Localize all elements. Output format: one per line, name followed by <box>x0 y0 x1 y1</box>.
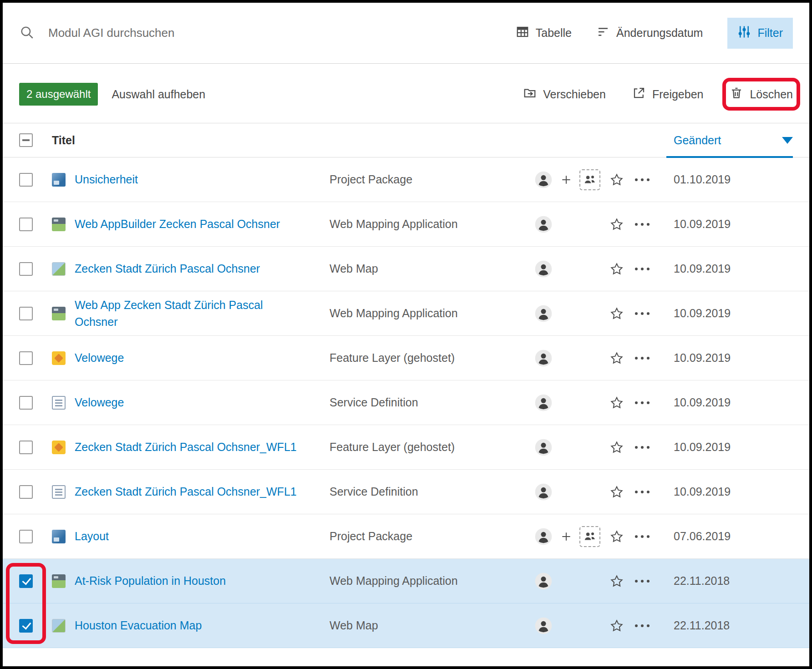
row-checkbox[interactable] <box>19 396 33 410</box>
more-options-icon[interactable] <box>635 624 650 627</box>
filter-button[interactable]: Filter <box>727 18 793 49</box>
favorite-star-icon[interactable] <box>609 485 624 499</box>
item-thumbnail <box>52 574 66 588</box>
person-share-icon <box>534 572 553 590</box>
clear-selection-link[interactable]: Auswahl aufheben <box>112 88 205 101</box>
more-options-icon[interactable] <box>635 357 650 360</box>
sort-field-button[interactable]: Änderungsdatum <box>596 25 703 41</box>
sort-descending-caret-icon[interactable] <box>782 137 793 144</box>
row-checkbox[interactable] <box>19 351 33 365</box>
share-button[interactable]: Freigeben <box>632 86 704 102</box>
modified-column-header[interactable]: Geändert <box>674 134 721 147</box>
search-box[interactable] <box>19 25 516 42</box>
search-input[interactable] <box>47 25 331 41</box>
row-checkbox[interactable] <box>19 530 33 543</box>
row-checkbox[interactable] <box>19 307 33 320</box>
row-checkbox[interactable] <box>19 262 33 276</box>
item-type: Project Package <box>330 530 530 543</box>
person-share-icon <box>534 349 553 367</box>
filter-sliders-icon <box>737 25 751 41</box>
move-button[interactable]: Verschieben <box>523 86 606 102</box>
selection-actions: Verschieben Freigeben Löschen <box>523 86 793 102</box>
modified-column-header-cell[interactable]: Geändert <box>655 123 793 157</box>
favorite-star-icon[interactable] <box>609 306 624 321</box>
item-date: 10.09.2019 <box>655 351 793 365</box>
item-thumbnail <box>52 619 66 633</box>
search-icon <box>19 25 35 42</box>
favorite-star-icon[interactable] <box>609 618 624 633</box>
item-thumbnail <box>52 218 66 231</box>
share-label: Freigeben <box>652 88 704 101</box>
table-row: Web App Zecken Stadt Zürich Pascal Ochsn… <box>3 291 809 336</box>
more-options-icon[interactable] <box>635 178 650 181</box>
row-checkbox[interactable] <box>19 619 33 633</box>
item-title[interactable]: Web AppBuilder Zecken Pascal Ochsner <box>75 218 280 230</box>
item-thumbnail <box>52 485 66 499</box>
item-date: 10.09.2019 <box>655 218 793 231</box>
item-title[interactable]: At-Risk Population in Houston <box>75 574 226 587</box>
filter-label: Filter <box>757 26 783 40</box>
more-options-icon[interactable] <box>635 312 650 315</box>
sort-field-label: Änderungsdatum <box>616 26 703 40</box>
item-thumbnail <box>52 173 66 187</box>
table-row: Unsicherheit Project Package <box>3 157 809 202</box>
favorite-star-icon[interactable] <box>609 262 624 276</box>
more-options-icon[interactable] <box>635 580 650 583</box>
group-share-icon <box>579 526 600 547</box>
table-row: At-Risk Population in Houston Web Mappin… <box>3 559 809 603</box>
row-checkbox[interactable] <box>19 173 33 187</box>
item-title[interactable]: Layout <box>75 530 109 542</box>
item-title[interactable]: Unsicherheit <box>75 173 138 186</box>
row-checkbox[interactable] <box>19 218 33 231</box>
top-toolbar: Tabelle Änderungsdatum Filter <box>3 3 809 64</box>
item-title[interactable]: Velowege <box>75 351 124 364</box>
item-date: 22.11.2018 <box>655 619 793 632</box>
delete-button[interactable]: Löschen <box>730 86 793 102</box>
more-options-icon[interactable] <box>635 223 650 226</box>
more-options-icon[interactable] <box>635 401 650 404</box>
more-options-icon[interactable] <box>635 535 650 538</box>
move-label: Verschieben <box>543 88 606 101</box>
select-all-checkbox[interactable] <box>19 133 33 147</box>
more-options-icon[interactable] <box>635 446 650 449</box>
row-checkbox[interactable] <box>19 485 33 499</box>
person-share-icon <box>534 304 553 323</box>
favorite-star-icon[interactable] <box>609 440 624 455</box>
item-title[interactable]: Zecken Stadt Zürich Pascal Ochsner <box>75 262 260 275</box>
item-type: Web Map <box>330 262 530 275</box>
item-type: Service Definition <box>330 485 530 498</box>
more-options-icon[interactable] <box>635 268 650 270</box>
favorite-star-icon[interactable] <box>609 351 624 365</box>
row-checkbox[interactable] <box>19 574 33 588</box>
table-header: Titel Geändert <box>3 123 809 157</box>
table-row: Web AppBuilder Zecken Pascal Ochsner Web… <box>3 202 809 247</box>
group-share-icon <box>579 169 600 190</box>
more-options-icon[interactable] <box>635 491 650 493</box>
row-checkbox[interactable] <box>19 441 33 454</box>
share-icon <box>632 86 646 102</box>
person-share-icon <box>534 438 553 456</box>
selected-count-badge: 2 ausgewählt <box>19 83 98 106</box>
item-title[interactable]: Velowege <box>75 396 124 409</box>
delete-label: Löschen <box>750 88 793 101</box>
item-title[interactable]: Web App Zecken Stadt Zürich Pascal Ochsn… <box>75 299 263 328</box>
favorite-star-icon[interactable] <box>609 217 624 232</box>
item-date: 10.09.2019 <box>655 396 793 409</box>
title-column-header[interactable]: Titel <box>52 134 75 147</box>
favorite-star-icon[interactable] <box>609 172 624 187</box>
item-thumbnail <box>52 307 66 320</box>
person-share-icon <box>534 527 553 546</box>
item-type: Web Mapping Application <box>330 218 530 231</box>
table-view-button[interactable]: Tabelle <box>516 25 572 41</box>
item-date: 10.09.2019 <box>655 485 793 498</box>
item-title[interactable]: Houston Evacuation Map <box>75 619 202 632</box>
favorite-star-icon[interactable] <box>609 574 624 588</box>
person-share-icon <box>534 394 553 412</box>
toolbar-right-group: Tabelle Änderungsdatum Filter <box>516 18 793 49</box>
item-type: Feature Layer (gehostet) <box>330 351 530 365</box>
favorite-star-icon[interactable] <box>609 395 624 410</box>
item-title[interactable]: Zecken Stadt Zürich Pascal Ochsner_WFL1 <box>75 441 297 453</box>
trash-icon <box>730 86 743 102</box>
item-title[interactable]: Zecken Stadt Zürich Pascal Ochsner_WFL1 <box>75 485 297 498</box>
favorite-star-icon[interactable] <box>609 529 624 544</box>
